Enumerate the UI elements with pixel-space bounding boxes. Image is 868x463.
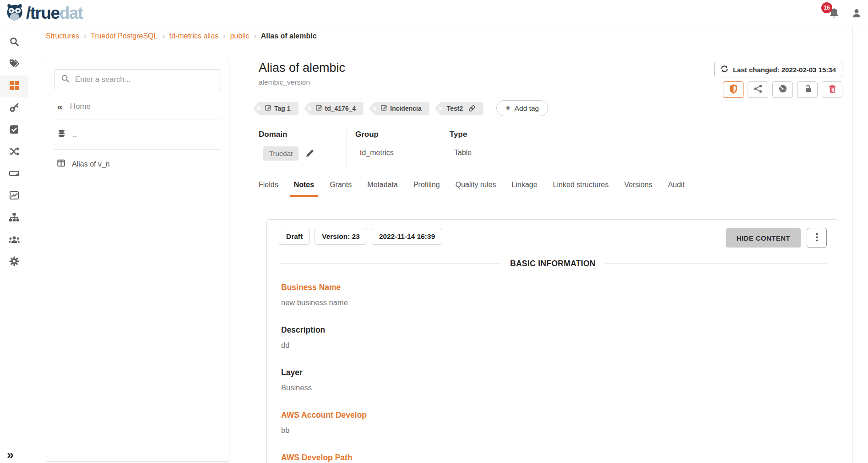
field-label: Business Name	[281, 283, 825, 292]
search-input[interactable]	[75, 75, 214, 84]
users-icon	[8, 234, 20, 246]
rail-item-search[interactable]	[0, 32, 28, 54]
truedat-logo[interactable]: /truedat	[5, 2, 83, 24]
line-chart-icon	[9, 190, 19, 202]
trash-icon	[828, 84, 836, 95]
database-icon	[57, 129, 66, 140]
tag-chip[interactable]: Tag 1	[259, 102, 298, 115]
note-section-header: BASIC INFORMATION	[279, 259, 827, 269]
lock-button[interactable]	[797, 81, 818, 98]
tab-versions[interactable]: Versions	[624, 181, 652, 196]
brand-wordmark: /truedat	[26, 5, 83, 22]
page-title: Alias of alembic	[259, 61, 345, 75]
rail-item-quality[interactable]	[0, 119, 28, 141]
section-title: BASIC INFORMATION	[510, 259, 596, 269]
rail-item-shuffle[interactable]	[0, 141, 28, 163]
domain-chip: Truedat	[263, 146, 298, 161]
rail-item-lineage[interactable]	[0, 207, 28, 229]
explorer-home-link[interactable]: « Home	[57, 101, 221, 112]
table-icon	[57, 159, 65, 169]
explorer-search[interactable]	[54, 69, 221, 89]
user-menu-button[interactable]	[851, 7, 863, 19]
edit-icon	[381, 104, 387, 112]
field-label: Layer	[281, 368, 825, 377]
tag-chip[interactable]: Incidencia	[374, 102, 429, 115]
tab-linked-structures[interactable]: Linked structures	[553, 181, 609, 196]
link-icon	[468, 105, 476, 112]
bell-icon	[828, 14, 841, 22]
tab-linkage[interactable]: Linkage	[512, 181, 537, 196]
rail-item-settings[interactable]	[0, 251, 28, 273]
last-changed-label: Last changed: 2022-02-03 15:34	[733, 66, 836, 74]
rail-item-charts[interactable]	[0, 185, 28, 207]
breadcrumb-link-system[interactable]: Truedat PostgreSQL	[91, 32, 169, 40]
explorer-item[interactable]: Alias of v_n	[54, 156, 221, 172]
type-column: Type Table	[441, 130, 542, 168]
tab-fields[interactable]: Fields	[259, 181, 278, 196]
note-field: Layer Business	[281, 368, 825, 392]
share-icon	[754, 84, 763, 95]
notification-badge: 16	[821, 2, 832, 13]
structure-explorer-panel: « Home .. Alias of v_n	[46, 61, 229, 462]
breadcrumb-link-structures[interactable]: Structures	[46, 32, 91, 40]
rail-item-sources[interactable]	[0, 163, 28, 185]
expand-rail-button[interactable]: »	[7, 449, 14, 461]
note-menu-button[interactable]	[807, 228, 827, 248]
add-tag-button[interactable]: + Add tag	[496, 100, 548, 116]
breadcrumb: Structures Truedat PostgreSQL td-metrics…	[46, 32, 317, 40]
type-label: Type	[450, 130, 542, 139]
hide-content-button[interactable]: HIDE CONTENT	[726, 228, 801, 248]
tab-grants[interactable]: Grants	[330, 181, 352, 196]
share-button[interactable]	[748, 81, 768, 98]
field-value: new business name	[281, 298, 825, 307]
note-field: AWS Account Develop bb	[281, 410, 825, 435]
tag-chip[interactable]: td_4176_4	[309, 102, 364, 115]
last-changed-button[interactable]: Last changed: 2022-02-03 15:34	[714, 62, 842, 77]
add-tag-label: Add tag	[515, 104, 539, 113]
rail-item-permissions[interactable]	[0, 97, 28, 119]
confidential-button[interactable]	[723, 81, 743, 98]
domain-label: Domain	[259, 130, 347, 139]
edit-domain-button[interactable]	[305, 149, 314, 158]
explorer-parent-item[interactable]: ..	[54, 126, 221, 142]
tab-profiling[interactable]: Profiling	[413, 181, 440, 196]
delete-button[interactable]	[822, 81, 842, 98]
field-label: AWS Account Develop	[281, 410, 825, 420]
tab-notes[interactable]: Notes	[294, 181, 314, 196]
rail-item-users[interactable]	[0, 229, 28, 251]
owl-logo-icon	[5, 2, 25, 24]
structure-details: Domain Truedat Group td_metrics Type Tab…	[259, 130, 542, 168]
note-status-badge: Draft	[279, 228, 310, 245]
tab-quality-rules[interactable]: Quality rules	[456, 181, 496, 196]
user-icon	[851, 13, 863, 21]
notifications-button[interactable]: 16	[828, 6, 841, 20]
search-icon	[61, 74, 70, 85]
dashboard-button[interactable]	[772, 81, 793, 98]
note-fields: Business Name new business name Descript…	[279, 283, 827, 463]
tab-metadata[interactable]: Metadata	[367, 181, 398, 196]
divider	[54, 149, 221, 150]
top-bar: /truedat 16	[0, 0, 868, 26]
breadcrumb-link-database[interactable]: td-metrics alias	[169, 32, 230, 40]
field-value: bb	[281, 426, 825, 435]
chevron-double-left-icon: «	[57, 101, 63, 112]
tab-audit[interactable]: Audit	[668, 181, 684, 196]
note-field: Description dd	[281, 325, 825, 350]
note-version-badge: Version: 23	[315, 228, 367, 245]
type-value: Table	[450, 149, 542, 157]
divider	[279, 264, 501, 264]
tag-chip-linked[interactable]: Test2	[440, 102, 484, 115]
breadcrumb-current: Alias of alembic	[261, 32, 317, 40]
tags-icon	[9, 59, 20, 70]
structure-tabs: Fields Notes Grants Metadata Profiling Q…	[259, 181, 846, 196]
breadcrumb-link-schema[interactable]: public	[230, 32, 261, 40]
note-card: Draft Version: 23 2022-11-14 16:39 HIDE …	[266, 219, 839, 463]
tag-label: Incidencia	[390, 105, 421, 112]
explorer-item-label: Alias of v_n	[72, 160, 110, 168]
note-date-badge: 2022-11-14 16:39	[372, 228, 442, 245]
rail-item-tags[interactable]	[0, 54, 28, 75]
divider	[54, 119, 221, 119]
note-header: Draft Version: 23 2022-11-14 16:39 HIDE …	[279, 228, 827, 248]
tag-label: td_4176_4	[325, 105, 356, 112]
rail-item-catalog[interactable]	[0, 75, 28, 97]
